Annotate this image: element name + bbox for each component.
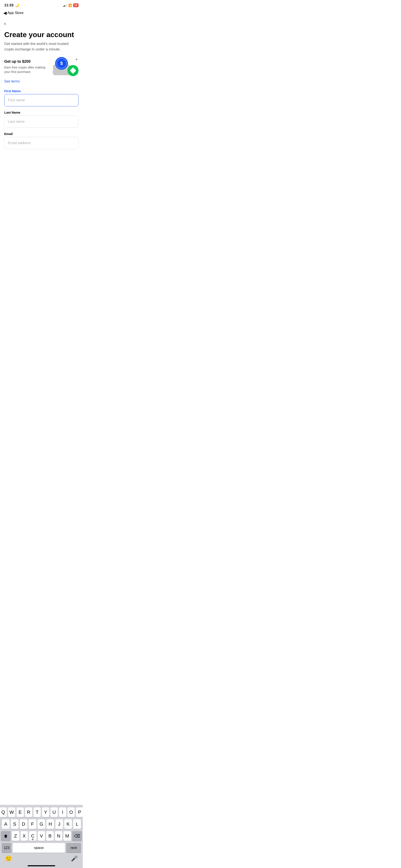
green-coin xyxy=(67,65,79,76)
moon-icon: 🌙 xyxy=(15,3,19,7)
wifi-icon: 📶 xyxy=(68,4,72,7)
first-name-label: First Name xyxy=(4,89,79,93)
promo-text: Get up to $200 Earn free crypto after ma… xyxy=(4,59,48,74)
signal-icon xyxy=(63,4,67,7)
back-chevron-icon[interactable]: ‹ xyxy=(4,21,79,27)
promo-description: Earn free crypto after making your first… xyxy=(4,65,48,74)
app-store-nav[interactable]: ◀ App Store xyxy=(0,9,83,18)
last-name-label: Last Name xyxy=(4,111,79,114)
registration-form: First Name Last Name Email xyxy=(4,89,79,153)
email-input[interactable] xyxy=(4,137,79,149)
status-icons: 📶 18 xyxy=(63,3,79,7)
promo-banner: Get up to $200 Earn free crypto after ma… xyxy=(4,57,79,76)
promo-graphic: + + $ xyxy=(51,57,79,76)
status-time: 11:33 🌙 xyxy=(4,3,19,7)
email-label: Email xyxy=(4,132,79,135)
back-to-appstore-icon: ◀ xyxy=(3,10,7,16)
see-terms-link[interactable]: See terms xyxy=(4,80,79,83)
last-name-input[interactable] xyxy=(4,116,79,128)
blue-coin: $ xyxy=(55,57,68,70)
plus-icon-top: + xyxy=(75,57,78,62)
app-store-label: App Store xyxy=(7,11,24,15)
status-bar: 11:33 🌙 📶 18 xyxy=(0,0,83,9)
main-content: ‹ Create your account Get started with t… xyxy=(0,18,83,153)
page-title: Create your account xyxy=(4,31,79,38)
page-subtitle: Get started with the world's most truste… xyxy=(4,41,79,52)
promo-title: Get up to $200 xyxy=(4,59,48,64)
battery-icon: 18 xyxy=(73,3,79,7)
time-display: 11:33 xyxy=(4,3,13,7)
first-name-input[interactable] xyxy=(4,94,79,106)
